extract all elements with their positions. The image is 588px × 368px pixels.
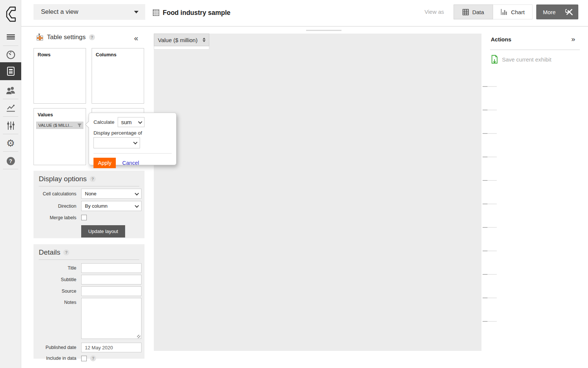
sidebar-divider — [3, 45, 18, 46]
sidebar-divider — [3, 151, 18, 152]
sidebar-item-menu[interactable] — [0, 28, 21, 45]
apply-button[interactable]: Apply — [93, 158, 116, 168]
brand-logo[interactable] — [5, 6, 16, 22]
view-toggle: Data Chart — [454, 4, 533, 19]
values-label: Values — [34, 108, 86, 117]
people-icon — [6, 86, 16, 95]
data-view-button[interactable]: Data — [454, 4, 493, 19]
ghost-action-row — [483, 204, 497, 204]
ghost-action-row — [483, 227, 497, 228]
merge-labels-checkbox[interactable] — [81, 215, 87, 220]
rows-dropzone[interactable]: Rows — [34, 48, 86, 104]
notes-label: Notes — [34, 298, 76, 305]
more-button[interactable]: More — [536, 4, 578, 19]
document-title: Food industry sample — [153, 7, 231, 18]
ghost-action-row — [483, 251, 497, 251]
sort-icon — [203, 38, 206, 42]
save-document-icon — [491, 55, 498, 64]
display-percentage-select[interactable] — [93, 137, 140, 148]
gear-icon: ⚙ — [6, 138, 15, 148]
source-field[interactable] — [81, 286, 142, 296]
actions-divider — [490, 50, 580, 50]
sidebar: ⚙ ? — [0, 0, 21, 368]
page-title: Food industry sample — [163, 9, 231, 17]
values-dropzone[interactable]: Values — [34, 108, 86, 165]
table-grid-icon — [153, 9, 159, 16]
include-in-data-help-icon[interactable]: ? — [90, 355, 96, 361]
details-title: Details — [39, 248, 60, 257]
value-field-chip[interactable]: VALUE ($ MILLI... — [36, 122, 83, 129]
calculate-label: Calculate — [93, 119, 114, 125]
ghost-action-row — [483, 180, 497, 181]
column-header-value[interactable]: Value ($ million) — [154, 34, 209, 46]
popup-divider — [93, 153, 172, 154]
value-field-chip-label: VALUE ($ MILLI... — [38, 123, 73, 128]
sidebar-item-settings[interactable]: ⚙ — [0, 135, 21, 152]
view-as-label: View as — [425, 9, 447, 15]
chevron-down-icon — [135, 191, 139, 195]
columns-label: Columns — [92, 48, 144, 57]
sidebar-item-dashboard[interactable] — [0, 46, 21, 63]
published-date-field[interactable] — [81, 343, 142, 352]
sidebar-divider — [3, 169, 18, 169]
ghost-action-row — [483, 274, 497, 275]
sidebar-item-exhibits-selected[interactable] — [0, 62, 21, 80]
menu-icon — [7, 34, 15, 41]
direction-select[interactable]: By column — [81, 201, 142, 211]
title-field[interactable] — [81, 263, 142, 273]
chart-view-label: Chart — [511, 9, 525, 15]
calculate-popup: Calculate sum Display percentage of Appl… — [89, 113, 177, 165]
update-layout-button[interactable]: Update layout — [81, 225, 125, 238]
sidebar-item-help[interactable]: ? — [0, 152, 21, 170]
notes-field[interactable] — [81, 298, 142, 339]
document-icon — [7, 67, 15, 76]
include-in-data-checkbox[interactable] — [81, 356, 87, 361]
splitter-drag-handle[interactable] — [306, 30, 341, 31]
ghost-action-row — [483, 110, 497, 110]
display-options-panel: Display options ? Cell calculations None… — [34, 171, 144, 238]
data-grid-icon — [463, 9, 469, 15]
details-help-icon[interactable]: ? — [63, 249, 69, 255]
merge-labels-label: Merge labels — [34, 215, 76, 220]
data-table-area: Value ($ million) — [154, 34, 481, 351]
ghost-action-row — [483, 321, 497, 322]
cell-calculations-label: Cell calculations — [34, 191, 76, 196]
save-current-exhibit[interactable]: Save current exhibit — [491, 55, 552, 64]
published-date-label: Published date — [34, 345, 76, 350]
display-options-help-icon[interactable]: ? — [90, 176, 96, 182]
table-row — [154, 46, 209, 50]
view-selector-label: Select a view — [41, 8, 78, 16]
cell-calculations-select[interactable]: None — [81, 189, 142, 199]
table-settings-title: Table settings — [47, 34, 86, 41]
subtitle-label: Subtitle — [34, 277, 76, 282]
subtitle-field[interactable] — [81, 275, 142, 284]
columns-dropzone[interactable]: Columns — [92, 48, 144, 104]
cancel-link[interactable]: Cancel — [122, 160, 139, 166]
line-chart-icon — [6, 104, 16, 113]
ghost-action-row — [483, 86, 497, 87]
chevron-down-icon — [135, 203, 139, 207]
chevron-down-icon — [138, 119, 142, 123]
bar-chart-icon — [500, 9, 508, 15]
panel-divider — [39, 260, 139, 260]
app: ⚙ ? Select a view Food industry sample V… — [0, 0, 588, 368]
filter-funnel-icon[interactable] — [77, 123, 82, 128]
sidebar-item-trends[interactable] — [0, 100, 21, 117]
header-divider — [21, 26, 588, 26]
sidebar-item-filters[interactable] — [0, 117, 21, 134]
sidebar-item-audience[interactable] — [0, 82, 21, 99]
collapse-panel-icon[interactable]: « — [134, 34, 138, 43]
calculate-select[interactable]: sum — [118, 117, 144, 127]
column-header-label: Value ($ million) — [158, 37, 197, 43]
direction-label: Direction — [34, 204, 76, 209]
table-settings-help-icon[interactable]: ? — [89, 34, 95, 40]
help-icon: ? — [7, 157, 15, 165]
chart-view-button[interactable]: Chart — [493, 4, 533, 19]
display-options-title: Display options — [39, 175, 87, 183]
expand-panel-icon[interactable]: » — [571, 35, 575, 43]
sidebar-divider — [3, 134, 18, 134]
sidebar-divider — [3, 116, 18, 117]
display-percentage-label: Display percentage of — [93, 130, 172, 136]
panel-divider — [39, 186, 139, 186]
view-selector-dropdown[interactable]: Select a view — [34, 4, 145, 20]
